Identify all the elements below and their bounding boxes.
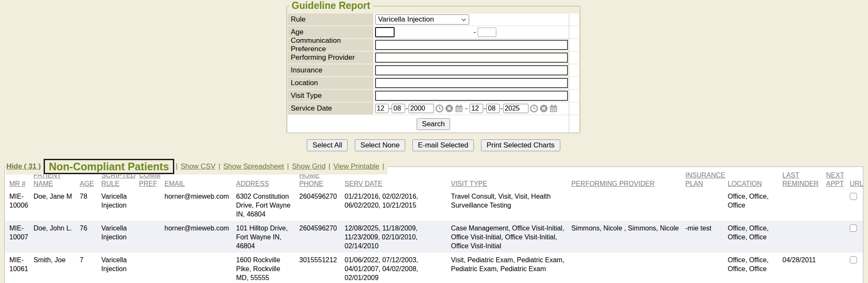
visit-type-input[interactable] (375, 91, 568, 101)
column-header-visit-type[interactable]: VISIT TYPE (451, 171, 571, 189)
visit-type-row: Visit Type (288, 90, 579, 102)
row-select-checkbox[interactable] (850, 256, 857, 264)
rule-field: Varicella Injection (373, 14, 579, 25)
column-header-insurance-plan[interactable]: INSURANCE PLAN (685, 171, 728, 189)
location-label: Location (288, 77, 373, 89)
clear-date-icon[interactable] (540, 104, 548, 113)
cell-address: 6302 Constitution Drive, Fort Wayne IN, … (236, 189, 299, 221)
show-grid-link[interactable]: Show Grid (292, 162, 326, 171)
clock-icon[interactable] (435, 104, 444, 113)
column-header-location[interactable]: LOCATION (728, 171, 782, 189)
cell-mr: MIE-10007 (5, 221, 33, 252)
cell-url (850, 221, 863, 252)
column-header-next-appt[interactable]: NEXT APPT (826, 171, 850, 189)
column-header-last-reminder[interactable]: LAST REMINDER (782, 171, 826, 189)
cell-rule: Varicella Injection (101, 189, 139, 221)
cell-serv-dates: 01/06/2022, 07/12/2003, 04/01/2007, 04/0… (345, 252, 451, 283)
visit-type-field (373, 90, 579, 102)
cell-rule: Varicella Injection (101, 252, 139, 283)
search-row: Search (288, 115, 579, 133)
cell-age: 7 (80, 252, 101, 283)
performing-provider-field (373, 52, 579, 64)
cell-location: Office, Office, Office, Office (728, 221, 782, 252)
communication-preference-input[interactable] (375, 40, 568, 50)
clear-date-icon[interactable] (445, 104, 453, 113)
form-rows: Rule Varicella Injection Age - Communica… (288, 14, 579, 133)
report-header: Hide ( 31 ) Non-Compliant Patients | Sho… (6, 158, 387, 175)
age-from-input[interactable] (375, 27, 395, 37)
age-field: - (373, 26, 579, 38)
insurance-input[interactable] (375, 65, 568, 75)
cell-address: 1600 Rockville Pike, Rockville MD, 55555 (236, 252, 299, 283)
cell-name: Smith, Joe (33, 252, 80, 283)
date-separator: - (484, 105, 486, 112)
calendar-icon[interactable] (455, 104, 463, 113)
cell-provider (571, 189, 685, 221)
location-input[interactable] (375, 78, 568, 88)
cell-phone: 2604596270 (299, 221, 345, 252)
cell-visit-types: Case Management, Office Visit-Initial, O… (451, 221, 571, 252)
row-select-checkbox[interactable] (850, 225, 857, 232)
service-date-label: Service Date (288, 103, 373, 114)
select-all-button[interactable]: Select All (307, 139, 348, 151)
cell-phone: 2604596270 (299, 189, 345, 221)
cell-mr: MIE-10006 (5, 189, 33, 221)
view-printable-link[interactable]: View Printable (334, 162, 379, 171)
service-date-from-month-input[interactable] (375, 104, 389, 113)
cell-comm-pref (139, 221, 164, 252)
service-date-from-year-input[interactable] (409, 104, 434, 113)
insurance-label: Insurance (288, 64, 373, 76)
calendar-icon[interactable] (549, 104, 558, 113)
show-spreadsheet-link[interactable]: Show Spreadsheet (223, 162, 284, 171)
rule-label: Rule (288, 14, 373, 25)
performing-provider-row: Performing Provider (288, 52, 579, 64)
cell-next-appt (826, 252, 850, 283)
cell-insurance (685, 252, 728, 283)
service-date-to-year-input[interactable] (503, 104, 529, 113)
cell-age: 76 (80, 221, 101, 252)
show-csv-link[interactable]: Show CSV (181, 162, 215, 171)
column-header-performing-provider[interactable]: PERFORMING PROVIDER (571, 171, 685, 189)
hide-results-link[interactable]: Hide ( 31 ) (6, 162, 41, 171)
service-date-from-day-input[interactable] (392, 104, 405, 113)
non-compliant-patients-panel: Hide ( 31 ) Non-Compliant Patients | Sho… (4, 166, 863, 283)
cell-location: Office, Office, Office (728, 189, 782, 221)
location-field (373, 77, 579, 89)
cell-last-reminder: 04/28/2011 (782, 252, 826, 283)
cell-url (850, 252, 863, 283)
cell-provider (571, 252, 685, 283)
cell-url (850, 189, 863, 221)
link-separator: | (382, 162, 384, 171)
table-row: MIE-10061 Smith, Joe 7 Varicella Injecti… (5, 252, 863, 283)
date-separator: - (500, 105, 502, 112)
cell-email: horner@mieweb.com (164, 221, 236, 252)
column-header-url[interactable]: URL (850, 171, 863, 189)
print-selected-charts-button[interactable]: Print Selected Charts (481, 139, 560, 151)
select-none-button[interactable]: Select None (355, 139, 405, 151)
date-separator: - (406, 105, 408, 112)
cell-age: 78 (80, 189, 101, 221)
email-selected-button[interactable]: E-mail Selected (412, 139, 474, 151)
visit-type-label: Visit Type (288, 90, 373, 102)
cell-serv-dates: 01/21/2016, 02/02/2016, 06/02/2020, 10/2… (345, 189, 451, 221)
service-date-to-month-input[interactable] (470, 104, 483, 113)
cell-email (164, 252, 236, 283)
cell-visit-types: Travel Consult, Visit, Visit, Health Sur… (451, 189, 571, 221)
performing-provider-label: Performing Provider (288, 52, 373, 64)
communication-preference-row: Communication Preference (288, 39, 579, 51)
link-separator: | (176, 162, 178, 171)
service-date-to-day-input[interactable] (486, 104, 500, 113)
performing-provider-input[interactable] (375, 53, 568, 63)
panel-title: Guideline Report (289, 0, 373, 11)
rule-select[interactable]: Varicella Injection (375, 14, 469, 25)
link-separator: | (218, 162, 220, 171)
cell-mr: MIE-10061 (5, 252, 33, 283)
age-to-input[interactable] (478, 28, 496, 37)
cell-comm-pref (139, 252, 164, 283)
clock-icon[interactable] (530, 104, 538, 113)
location-row: Location (288, 77, 579, 89)
chevron-down-icon (461, 15, 466, 24)
row-select-checkbox[interactable] (850, 193, 857, 200)
search-button[interactable]: Search (417, 118, 451, 130)
age-range-separator: - (473, 28, 476, 36)
